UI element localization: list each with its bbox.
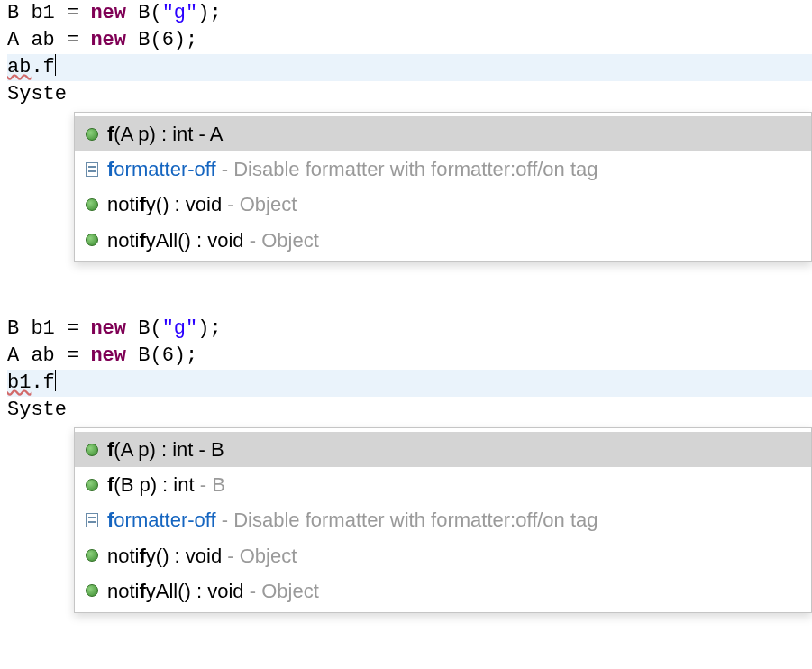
code-line[interactable]: B b1 = new B("g");: [7, 316, 812, 343]
paren-close: );: [174, 344, 197, 367]
partial-token: f: [43, 371, 55, 394]
paren-close: );: [197, 317, 221, 340]
paren-open: (: [150, 2, 161, 24]
text-cursor: [55, 370, 57, 391]
keyword-new: new: [90, 2, 126, 24]
keyword-new: new: [90, 344, 126, 367]
code-line[interactable]: A ab = new B(6);: [7, 27, 812, 54]
autocomplete-label: formatter-off - Disable formatter with f…: [107, 153, 598, 185]
code-editor-1[interactable]: B b1 = new B("g"); A ab = new B(6); ab.f…: [0, 0, 812, 108]
code-line-active[interactable]: b1.f: [7, 370, 812, 397]
keyword-new: new: [90, 29, 126, 51]
dot-token: .: [31, 371, 42, 394]
autocomplete-label: f(A p) : int - A: [107, 118, 223, 150]
eq-token: =: [67, 2, 78, 24]
paren-open: (: [150, 344, 161, 367]
paren-open: (: [150, 317, 161, 340]
autocomplete-item[interactable]: notify() : void - Object: [75, 538, 811, 573]
type-token: A: [7, 344, 19, 367]
autocomplete-item[interactable]: notifyAll() : void - Object: [75, 223, 811, 258]
method-public-icon: [84, 547, 100, 564]
method-public-icon: [84, 477, 100, 493]
paren-close: );: [174, 29, 197, 51]
autocomplete-item-selected[interactable]: f(A p) : int - A: [75, 116, 811, 151]
var-token-error: ab: [7, 56, 31, 78]
syste-token: Syste: [7, 399, 67, 421]
eq-token: =: [67, 317, 78, 340]
type-token: B: [7, 2, 19, 24]
autocomplete-item-selected[interactable]: f(A p) : int - B: [75, 432, 811, 467]
type-token: B: [138, 317, 150, 340]
code-line[interactable]: Syste: [7, 397, 812, 424]
autocomplete-label: notify() : void - Object: [107, 188, 297, 220]
method-public-icon: [84, 442, 100, 458]
string-literal: "g": [162, 2, 198, 24]
var-token: b1: [31, 317, 54, 340]
partial-token: f: [43, 56, 55, 78]
method-public-icon: [84, 582, 100, 599]
var-token: b1: [31, 2, 54, 24]
eq-token: =: [67, 344, 78, 367]
syste-token: Syste: [7, 83, 67, 105]
type-token: B: [7, 317, 19, 340]
var-token: ab: [31, 344, 54, 367]
autocomplete-item[interactable]: notify() : void - Object: [75, 187, 811, 222]
autocomplete-item[interactable]: notifyAll() : void - Object: [75, 573, 811, 609]
method-public-icon: [84, 232, 100, 248]
type-token: A: [7, 29, 19, 51]
autocomplete-item[interactable]: f(B p) : int - B: [75, 467, 811, 502]
autocomplete-label: f(A p) : int - B: [107, 434, 224, 465]
var-token-error: b1: [7, 371, 31, 394]
autocomplete-popup-2[interactable]: f(A p) : int - B f(B p) : int - B format…: [74, 427, 812, 613]
code-line[interactable]: A ab = new B(6);: [7, 343, 812, 370]
paren-close: );: [197, 2, 221, 24]
method-public-icon: [84, 197, 100, 213]
string-literal: "g": [162, 317, 198, 340]
code-line-active[interactable]: ab.f: [7, 54, 812, 81]
number-literal: 6: [162, 344, 174, 367]
type-token: B: [138, 2, 150, 24]
autocomplete-item[interactable]: formatter-off - Disable formatter with f…: [75, 151, 811, 187]
var-token: ab: [31, 29, 54, 51]
autocomplete-label: notifyAll() : void - Object: [107, 225, 319, 256]
code-editor-2[interactable]: B b1 = new B("g"); A ab = new B(6); b1.f…: [0, 316, 812, 424]
type-token: B: [138, 29, 150, 51]
method-public-icon: [84, 126, 100, 142]
autocomplete-label: notifyAll() : void - Object: [107, 575, 319, 607]
autocomplete-item[interactable]: formatter-off - Disable formatter with f…: [75, 502, 811, 537]
autocomplete-label: notify() : void - Object: [107, 540, 297, 572]
code-line[interactable]: B b1 = new B("g");: [7, 0, 812, 27]
type-token: B: [138, 344, 150, 367]
eq-token: =: [67, 29, 78, 51]
text-cursor: [55, 54, 57, 76]
autocomplete-popup-1[interactable]: f(A p) : int - A formatter-off - Disable…: [74, 112, 812, 262]
autocomplete-label: formatter-off - Disable formatter with f…: [107, 504, 598, 536]
number-literal: 6: [162, 29, 174, 51]
template-icon: [84, 512, 100, 528]
paren-open: (: [150, 29, 161, 51]
keyword-new: new: [90, 317, 126, 340]
code-line[interactable]: Syste: [7, 81, 812, 108]
autocomplete-label: f(B p) : int - B: [107, 469, 225, 500]
template-icon: [84, 161, 100, 178]
dot-token: .: [31, 56, 42, 78]
